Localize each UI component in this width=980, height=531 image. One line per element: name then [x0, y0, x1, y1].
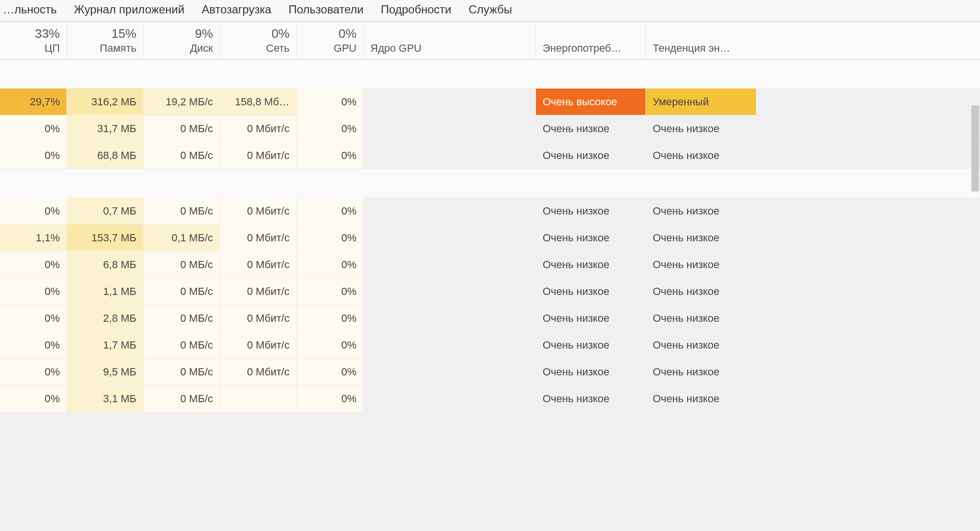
cell-gpu-engine — [364, 115, 536, 142]
cell-gpu-engine — [364, 332, 536, 358]
col-header-cpu[interactable]: 33% ЦП — [0, 22, 67, 59]
col-header-memory[interactable]: 15% Память — [67, 22, 144, 59]
gpu-engine-label: Ядро GPU — [370, 42, 529, 55]
table-row[interactable]: 0%68,8 МБ0 МБ/с0 Мбит/с0%Очень низкоеОче… — [0, 142, 980, 169]
cell-disk: 0 МБ/с — [144, 198, 220, 224]
table-row[interactable]: 0%6,8 МБ0 МБ/с0 Мбит/с0%Очень низкоеОчен… — [0, 251, 980, 278]
tab-users[interactable]: Пользователи — [286, 2, 367, 17]
cell-gpu-engine — [364, 385, 536, 412]
scrollbar-thumb[interactable] — [971, 105, 979, 192]
table-row[interactable]: 0%2,8 МБ0 МБ/с0 Мбит/с0%Очень низкоеОчен… — [0, 305, 980, 332]
cell-power-usage: Очень низкое — [536, 115, 646, 142]
cpu-usage-percent: 33% — [3, 26, 60, 41]
cell-power-usage: Очень высокое — [536, 89, 646, 115]
table-row[interactable]: 0%3,1 МБ0 МБ/с0%Очень низкоеОчень низкое — [0, 385, 980, 412]
cell-power-usage: Очень низкое — [536, 359, 646, 385]
cell-disk: 0 МБ/с — [144, 359, 220, 385]
cell-cpu: 0% — [0, 332, 67, 358]
cell-power-usage: Очень низкое — [536, 305, 646, 331]
cell-gpu: 0% — [297, 385, 364, 412]
cell-cpu: 0% — [0, 142, 67, 169]
cell-disk: 0 МБ/с — [144, 142, 220, 169]
cell-gpu-engine — [364, 198, 536, 224]
col-header-network[interactable]: 0% Сеть — [220, 22, 297, 59]
table-row[interactable]: 0%1,7 МБ0 МБ/с0 Мбит/с0%Очень низкоеОчен… — [0, 332, 980, 359]
memory-usage-percent: 15% — [70, 26, 136, 41]
network-usage-percent: 0% — [223, 26, 290, 41]
cell-disk: 0,1 МБ/с — [144, 225, 220, 251]
cell-power-usage: Очень низкое — [536, 332, 646, 358]
table-row[interactable]: 1,1%153,7 МБ0,1 МБ/с0 Мбит/с0%Очень низк… — [0, 225, 980, 251]
cell-network: 0 Мбит/с — [220, 278, 297, 305]
cell-cpu: 0% — [0, 251, 67, 278]
gpu-label: GPU — [300, 42, 356, 55]
col-header-gpu-engine[interactable]: Ядро GPU — [364, 22, 536, 59]
cell-disk: 0 МБ/с — [144, 332, 220, 358]
memory-label: Память — [70, 42, 136, 55]
cell-memory: 31,7 МБ — [67, 115, 144, 142]
cell-power-trend: Очень низкое — [646, 225, 756, 251]
tab-app-history[interactable]: Журнал приложений — [71, 2, 188, 17]
cell-power-usage: Очень низкое — [536, 385, 646, 412]
cell-disk: 0 МБ/с — [144, 115, 220, 142]
cell-gpu: 0% — [297, 89, 364, 115]
table-row[interactable]: 0%1,1 МБ0 МБ/с0 Мбит/с0%Очень низкоеОчен… — [0, 278, 980, 305]
cell-network: 0 Мбит/с — [220, 115, 297, 142]
cell-network: 0 Мбит/с — [220, 198, 297, 224]
cell-network: 0 Мбит/с — [220, 225, 297, 251]
cell-cpu: 1,1% — [0, 225, 67, 251]
cell-network — [220, 385, 297, 412]
cell-gpu: 0% — [297, 359, 364, 385]
cell-power-usage: Очень низкое — [536, 142, 646, 169]
tab-services[interactable]: Службы — [466, 2, 515, 17]
cell-gpu: 0% — [297, 278, 364, 305]
col-header-power-trend[interactable]: Тенденция эн… — [646, 22, 756, 59]
cell-power-trend: Очень низкое — [646, 359, 756, 385]
cell-cpu: 0% — [0, 198, 67, 224]
cell-disk: 0 МБ/с — [144, 278, 220, 305]
table-row[interactable]: 0%0,7 МБ0 МБ/с0 Мбит/с0%Очень низкоеОчен… — [0, 198, 980, 225]
cell-disk: 19,2 МБ/с — [144, 89, 220, 115]
cell-disk: 0 МБ/с — [144, 305, 220, 331]
cell-power-trend: Очень низкое — [646, 332, 756, 358]
table-row[interactable]: 0%31,7 МБ0 МБ/с0 Мбит/с0%Очень низкоеОче… — [0, 115, 980, 142]
cell-memory: 1,1 МБ — [67, 278, 144, 305]
cell-gpu-engine — [364, 251, 536, 278]
gpu-usage-percent: 0% — [300, 26, 356, 41]
cell-power-trend: Очень низкое — [646, 278, 756, 305]
cell-power-trend: Очень низкое — [646, 115, 756, 142]
cell-cpu: 0% — [0, 305, 67, 331]
cell-network: 158,8 Мб… — [220, 89, 297, 115]
tab-startup[interactable]: Автозагрузка — [199, 2, 274, 17]
cell-gpu-engine — [364, 225, 536, 251]
cell-memory: 6,8 МБ — [67, 251, 144, 278]
tab-performance[interactable]: …льность — [0, 2, 60, 17]
cell-gpu-engine — [364, 305, 536, 331]
cell-memory: 0,7 МБ — [67, 198, 144, 224]
cell-power-trend: Очень низкое — [646, 305, 756, 331]
cell-network: 0 Мбит/с — [220, 251, 297, 278]
table-row[interactable]: 29,7%316,2 МБ19,2 МБ/с158,8 Мб…0%Очень в… — [0, 89, 980, 115]
tab-details[interactable]: Подробности — [378, 2, 455, 17]
cell-gpu-engine — [364, 89, 536, 115]
table-row[interactable]: 0%9,5 МБ0 МБ/с0 Мбит/с0%Очень низкоеОчен… — [0, 359, 980, 385]
cell-cpu: 0% — [0, 385, 67, 412]
cell-gpu: 0% — [297, 198, 364, 224]
cell-power-trend: Очень низкое — [646, 251, 756, 278]
cell-memory: 1,7 МБ — [67, 332, 144, 358]
col-header-disk[interactable]: 9% Диск — [144, 22, 220, 59]
cell-disk: 0 МБ/с — [144, 251, 220, 278]
cell-gpu: 0% — [297, 115, 364, 142]
cell-cpu: 0% — [0, 115, 67, 142]
cell-memory: 68,8 МБ — [67, 142, 144, 169]
cell-gpu: 0% — [297, 225, 364, 251]
cell-gpu-engine — [364, 359, 536, 385]
cell-memory: 9,5 МБ — [67, 359, 144, 385]
cell-gpu-engine — [364, 142, 536, 169]
col-header-power[interactable]: Энергопотреб… — [536, 22, 646, 59]
cell-network: 0 Мбит/с — [220, 305, 297, 331]
power-label: Энергопотреб… — [543, 42, 639, 55]
col-header-gpu[interactable]: 0% GPU — [297, 22, 364, 59]
network-label: Сеть — [223, 42, 290, 55]
cell-memory: 2,8 МБ — [67, 305, 144, 331]
